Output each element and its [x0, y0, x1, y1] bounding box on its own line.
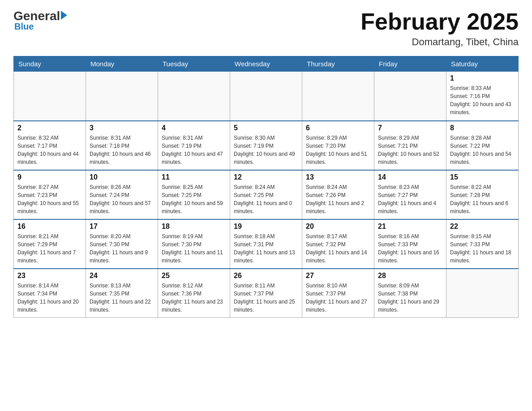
- day-info: Sunrise: 8:09 AMSunset: 7:38 PMDaylight:…: [378, 282, 442, 314]
- calendar-cell: 21Sunrise: 8:16 AMSunset: 7:33 PMDayligh…: [374, 219, 446, 269]
- day-info: Sunrise: 8:15 AMSunset: 7:33 PMDaylight:…: [450, 232, 515, 265]
- day-info: Sunrise: 8:10 AMSunset: 7:37 PMDaylight:…: [306, 282, 370, 314]
- month-title: February 2025: [360, 9, 519, 34]
- logo-arrow-icon: [61, 11, 67, 20]
- day-info: Sunrise: 8:30 AMSunset: 7:19 PMDaylight:…: [234, 134, 298, 166]
- day-number: 4: [162, 124, 226, 132]
- calendar-cell: 2Sunrise: 8:32 AMSunset: 7:17 PMDaylight…: [14, 121, 86, 170]
- day-info: Sunrise: 8:20 AMSunset: 7:30 PMDaylight:…: [90, 232, 154, 265]
- day-info: Sunrise: 8:23 AMSunset: 7:27 PMDaylight:…: [378, 183, 442, 215]
- weekday-header-wednesday: Wednesday: [230, 56, 302, 72]
- calendar-cell: 11Sunrise: 8:25 AMSunset: 7:25 PMDayligh…: [158, 170, 230, 219]
- day-number: 13: [306, 173, 370, 181]
- day-number: 15: [450, 173, 515, 181]
- day-number: 28: [378, 272, 442, 280]
- day-info: Sunrise: 8:19 AMSunset: 7:30 PMDaylight:…: [162, 232, 226, 265]
- day-info: Sunrise: 8:12 AMSunset: 7:36 PMDaylight:…: [162, 282, 226, 314]
- day-number: 26: [234, 272, 298, 280]
- day-number: 6: [306, 124, 370, 132]
- day-number: 5: [234, 124, 298, 132]
- day-info: Sunrise: 8:33 AMSunset: 7:16 PMDaylight:…: [450, 84, 515, 116]
- day-number: 2: [17, 124, 82, 132]
- day-info: Sunrise: 8:29 AMSunset: 7:20 PMDaylight:…: [306, 134, 370, 166]
- day-number: 17: [90, 223, 154, 231]
- calendar-cell: [86, 72, 158, 121]
- day-info: Sunrise: 8:25 AMSunset: 7:25 PMDaylight:…: [162, 183, 226, 215]
- logo: General Blue: [13, 9, 67, 32]
- day-info: Sunrise: 8:21 AMSunset: 7:29 PMDaylight:…: [17, 232, 82, 265]
- day-info: Sunrise: 8:14 AMSunset: 7:34 PMDaylight:…: [17, 282, 82, 314]
- calendar-cell: 4Sunrise: 8:31 AMSunset: 7:19 PMDaylight…: [158, 121, 230, 170]
- calendar-cell: 17Sunrise: 8:20 AMSunset: 7:30 PMDayligh…: [86, 219, 158, 269]
- logo-blue: Blue: [14, 21, 34, 32]
- day-number: 3: [90, 124, 154, 132]
- title-area: February 2025 Domartang, Tibet, China: [360, 9, 519, 48]
- calendar-cell: [230, 72, 302, 121]
- calendar-week-row: 23Sunrise: 8:14 AMSunset: 7:34 PMDayligh…: [14, 269, 519, 318]
- calendar-cell: 13Sunrise: 8:24 AMSunset: 7:26 PMDayligh…: [302, 170, 374, 219]
- calendar-cell: 16Sunrise: 8:21 AMSunset: 7:29 PMDayligh…: [14, 219, 86, 269]
- calendar-cell: 3Sunrise: 8:31 AMSunset: 7:18 PMDaylight…: [86, 121, 158, 170]
- calendar-cell: [302, 72, 374, 121]
- calendar-cell: 23Sunrise: 8:14 AMSunset: 7:34 PMDayligh…: [14, 269, 86, 318]
- weekday-header-tuesday: Tuesday: [158, 56, 230, 72]
- calendar-cell: 19Sunrise: 8:18 AMSunset: 7:31 PMDayligh…: [230, 219, 302, 269]
- day-number: 11: [162, 173, 226, 181]
- weekday-header-thursday: Thursday: [302, 56, 374, 72]
- calendar-week-row: 16Sunrise: 8:21 AMSunset: 7:29 PMDayligh…: [14, 219, 519, 269]
- weekday-header-sunday: Sunday: [14, 56, 86, 72]
- day-info: Sunrise: 8:31 AMSunset: 7:19 PMDaylight:…: [162, 134, 226, 166]
- day-number: 19: [234, 223, 298, 231]
- calendar-cell: 9Sunrise: 8:27 AMSunset: 7:23 PMDaylight…: [14, 170, 86, 219]
- day-info: Sunrise: 8:17 AMSunset: 7:32 PMDaylight:…: [306, 232, 370, 265]
- day-info: Sunrise: 8:18 AMSunset: 7:31 PMDaylight:…: [234, 232, 298, 265]
- day-info: Sunrise: 8:29 AMSunset: 7:21 PMDaylight:…: [378, 134, 442, 166]
- weekday-header-friday: Friday: [374, 56, 446, 72]
- day-number: 7: [378, 124, 442, 132]
- calendar-cell: 6Sunrise: 8:29 AMSunset: 7:20 PMDaylight…: [302, 121, 374, 170]
- day-number: 20: [306, 223, 370, 231]
- day-number: 25: [162, 272, 226, 280]
- calendar-cell: 24Sunrise: 8:13 AMSunset: 7:35 PMDayligh…: [86, 269, 158, 318]
- page-header: General Blue February 2025 Domartang, Ti…: [13, 9, 519, 48]
- calendar-cell: 5Sunrise: 8:30 AMSunset: 7:19 PMDaylight…: [230, 121, 302, 170]
- day-number: 10: [90, 173, 154, 181]
- weekday-header-saturday: Saturday: [446, 56, 519, 72]
- day-number: 9: [17, 173, 82, 181]
- calendar-cell: 22Sunrise: 8:15 AMSunset: 7:33 PMDayligh…: [446, 219, 519, 269]
- day-info: Sunrise: 8:24 AMSunset: 7:26 PMDaylight:…: [306, 183, 370, 215]
- calendar-week-row: 2Sunrise: 8:32 AMSunset: 7:17 PMDaylight…: [14, 121, 519, 170]
- calendar-header-row: SundayMondayTuesdayWednesdayThursdayFrid…: [14, 56, 519, 72]
- day-info: Sunrise: 8:11 AMSunset: 7:37 PMDaylight:…: [234, 282, 298, 314]
- day-number: 21: [378, 223, 442, 231]
- calendar-cell: 7Sunrise: 8:29 AMSunset: 7:21 PMDaylight…: [374, 121, 446, 170]
- day-info: Sunrise: 8:28 AMSunset: 7:22 PMDaylight:…: [450, 134, 515, 166]
- day-number: 18: [162, 223, 226, 231]
- calendar-cell: 12Sunrise: 8:24 AMSunset: 7:25 PMDayligh…: [230, 170, 302, 219]
- calendar-cell: 26Sunrise: 8:11 AMSunset: 7:37 PMDayligh…: [230, 269, 302, 318]
- day-number: 1: [450, 74, 515, 82]
- calendar-cell: 27Sunrise: 8:10 AMSunset: 7:37 PMDayligh…: [302, 269, 374, 318]
- day-info: Sunrise: 8:26 AMSunset: 7:24 PMDaylight:…: [90, 183, 154, 215]
- calendar-week-row: 1Sunrise: 8:33 AMSunset: 7:16 PMDaylight…: [14, 72, 519, 121]
- calendar-cell: 20Sunrise: 8:17 AMSunset: 7:32 PMDayligh…: [302, 219, 374, 269]
- calendar-cell: [446, 269, 519, 318]
- calendar-cell: [374, 72, 446, 121]
- calendar-cell: 8Sunrise: 8:28 AMSunset: 7:22 PMDaylight…: [446, 121, 519, 170]
- calendar-cell: 1Sunrise: 8:33 AMSunset: 7:16 PMDaylight…: [446, 72, 519, 121]
- calendar-table: SundayMondayTuesdayWednesdayThursdayFrid…: [13, 56, 519, 318]
- calendar-cell: 10Sunrise: 8:26 AMSunset: 7:24 PMDayligh…: [86, 170, 158, 219]
- day-info: Sunrise: 8:16 AMSunset: 7:33 PMDaylight:…: [378, 232, 442, 265]
- day-number: 8: [450, 124, 515, 132]
- day-number: 16: [17, 223, 82, 231]
- calendar-cell: 14Sunrise: 8:23 AMSunset: 7:27 PMDayligh…: [374, 170, 446, 219]
- calendar-cell: 15Sunrise: 8:22 AMSunset: 7:28 PMDayligh…: [446, 170, 519, 219]
- day-info: Sunrise: 8:32 AMSunset: 7:17 PMDaylight:…: [17, 134, 82, 166]
- calendar-week-row: 9Sunrise: 8:27 AMSunset: 7:23 PMDaylight…: [14, 170, 519, 219]
- day-info: Sunrise: 8:22 AMSunset: 7:28 PMDaylight:…: [450, 183, 515, 215]
- day-number: 27: [306, 272, 370, 280]
- calendar-cell: 28Sunrise: 8:09 AMSunset: 7:38 PMDayligh…: [374, 269, 446, 318]
- day-info: Sunrise: 8:24 AMSunset: 7:25 PMDaylight:…: [234, 183, 298, 215]
- calendar-cell: 18Sunrise: 8:19 AMSunset: 7:30 PMDayligh…: [158, 219, 230, 269]
- day-number: 12: [234, 173, 298, 181]
